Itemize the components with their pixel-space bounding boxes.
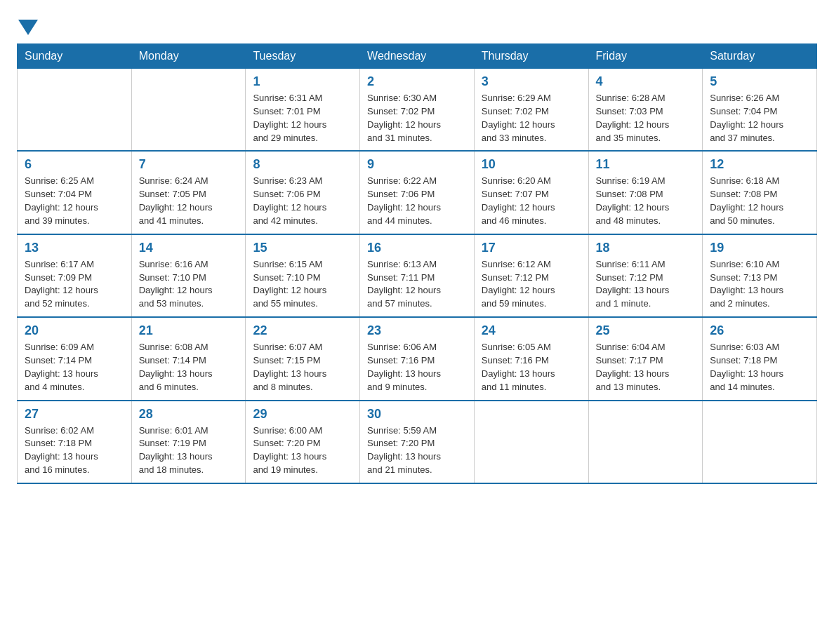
day-number: 15 xyxy=(253,241,352,255)
day-cell xyxy=(474,401,588,483)
day-number: 24 xyxy=(482,323,581,338)
day-info: Sunrise: 6:02 AMSunset: 7:18 PMDaylight:… xyxy=(25,424,124,477)
weekday-header-friday: Friday xyxy=(588,44,703,69)
day-info: Sunrise: 6:18 AMSunset: 7:08 PMDaylight:… xyxy=(710,175,809,227)
day-number: 5 xyxy=(710,74,809,89)
day-info: Sunrise: 6:10 AMSunset: 7:13 PMDaylight:… xyxy=(710,258,809,311)
day-info: Sunrise: 6:01 AMSunset: 7:19 PMDaylight:… xyxy=(139,424,239,477)
week-row-5: 27Sunrise: 6:02 AMSunset: 7:18 PMDayligh… xyxy=(18,401,817,483)
day-cell: 28Sunrise: 6:01 AMSunset: 7:19 PMDayligh… xyxy=(131,401,246,483)
day-cell: 26Sunrise: 6:03 AMSunset: 7:18 PMDayligh… xyxy=(703,317,817,400)
weekday-header-saturday: Saturday xyxy=(703,44,817,69)
day-cell: 12Sunrise: 6:18 AMSunset: 7:08 PMDayligh… xyxy=(703,151,817,234)
day-cell: 22Sunrise: 6:07 AMSunset: 7:15 PMDayligh… xyxy=(246,317,360,400)
day-number: 6 xyxy=(25,157,124,172)
day-number: 7 xyxy=(139,157,239,172)
day-cell: 29Sunrise: 6:00 AMSunset: 7:20 PMDayligh… xyxy=(246,401,360,483)
day-info: Sunrise: 6:13 AMSunset: 7:11 PMDaylight:… xyxy=(367,258,467,311)
day-cell: 4Sunrise: 6:28 AMSunset: 7:03 PMDaylight… xyxy=(588,69,703,152)
day-info: Sunrise: 6:09 AMSunset: 7:14 PMDaylight:… xyxy=(25,341,124,394)
day-info: Sunrise: 6:16 AMSunset: 7:10 PMDaylight:… xyxy=(139,258,239,311)
day-cell: 15Sunrise: 6:15 AMSunset: 7:10 PMDayligh… xyxy=(246,234,360,317)
day-info: Sunrise: 6:31 AMSunset: 7:01 PMDaylight:… xyxy=(253,92,352,145)
day-cell xyxy=(703,401,817,483)
day-info: Sunrise: 6:23 AMSunset: 7:06 PMDaylight:… xyxy=(253,175,352,227)
day-number: 28 xyxy=(139,407,239,422)
day-info: Sunrise: 6:00 AMSunset: 7:20 PMDaylight:… xyxy=(253,424,352,477)
day-info: Sunrise: 6:08 AMSunset: 7:14 PMDaylight:… xyxy=(139,341,239,394)
day-info: Sunrise: 6:15 AMSunset: 7:10 PMDaylight:… xyxy=(253,258,352,311)
day-number: 11 xyxy=(596,157,696,172)
day-cell: 3Sunrise: 6:29 AMSunset: 7:02 PMDaylight… xyxy=(474,69,588,152)
day-info: Sunrise: 6:25 AMSunset: 7:04 PMDaylight:… xyxy=(25,175,124,227)
day-cell: 21Sunrise: 6:08 AMSunset: 7:14 PMDayligh… xyxy=(131,317,246,400)
day-cell: 27Sunrise: 6:02 AMSunset: 7:18 PMDayligh… xyxy=(18,401,132,483)
day-cell: 20Sunrise: 6:09 AMSunset: 7:14 PMDayligh… xyxy=(18,317,132,400)
day-info: Sunrise: 6:04 AMSunset: 7:17 PMDaylight:… xyxy=(596,341,696,394)
day-number: 17 xyxy=(482,241,581,255)
weekday-header-wednesday: Wednesday xyxy=(360,44,475,69)
logo xyxy=(17,17,38,32)
weekday-header-row: SundayMondayTuesdayWednesdayThursdayFrid… xyxy=(18,44,817,69)
day-cell: 18Sunrise: 6:11 AMSunset: 7:12 PMDayligh… xyxy=(588,234,703,317)
day-info: Sunrise: 6:22 AMSunset: 7:06 PMDaylight:… xyxy=(367,175,467,227)
day-cell: 1Sunrise: 6:31 AMSunset: 7:01 PMDaylight… xyxy=(246,69,360,152)
day-number: 13 xyxy=(25,241,124,255)
day-number: 23 xyxy=(367,323,467,338)
day-number: 20 xyxy=(25,323,124,338)
day-cell: 2Sunrise: 6:30 AMSunset: 7:02 PMDaylight… xyxy=(360,69,475,152)
day-info: Sunrise: 5:59 AMSunset: 7:20 PMDaylight:… xyxy=(367,424,467,477)
weekday-header-tuesday: Tuesday xyxy=(246,44,360,69)
day-info: Sunrise: 6:30 AMSunset: 7:02 PMDaylight:… xyxy=(367,92,467,145)
day-info: Sunrise: 6:07 AMSunset: 7:15 PMDaylight:… xyxy=(253,341,352,394)
day-info: Sunrise: 6:24 AMSunset: 7:05 PMDaylight:… xyxy=(139,175,239,227)
weekday-header-monday: Monday xyxy=(131,44,246,69)
day-cell: 8Sunrise: 6:23 AMSunset: 7:06 PMDaylight… xyxy=(246,151,360,234)
day-number: 2 xyxy=(367,74,467,89)
day-cell: 24Sunrise: 6:05 AMSunset: 7:16 PMDayligh… xyxy=(474,317,588,400)
day-cell: 14Sunrise: 6:16 AMSunset: 7:10 PMDayligh… xyxy=(131,234,246,317)
day-number: 4 xyxy=(596,74,696,89)
day-info: Sunrise: 6:03 AMSunset: 7:18 PMDaylight:… xyxy=(710,341,809,394)
calendar-table: SundayMondayTuesdayWednesdayThursdayFrid… xyxy=(17,43,817,484)
day-cell: 5Sunrise: 6:26 AMSunset: 7:04 PMDaylight… xyxy=(703,69,817,152)
day-cell: 11Sunrise: 6:19 AMSunset: 7:08 PMDayligh… xyxy=(588,151,703,234)
day-cell: 13Sunrise: 6:17 AMSunset: 7:09 PMDayligh… xyxy=(18,234,132,317)
day-info: Sunrise: 6:28 AMSunset: 7:03 PMDaylight:… xyxy=(596,92,696,145)
day-info: Sunrise: 6:29 AMSunset: 7:02 PMDaylight:… xyxy=(482,92,581,145)
day-number: 30 xyxy=(367,407,467,422)
day-number: 26 xyxy=(710,323,809,338)
day-number: 12 xyxy=(710,157,809,172)
day-number: 19 xyxy=(710,241,809,255)
day-cell: 23Sunrise: 6:06 AMSunset: 7:16 PMDayligh… xyxy=(360,317,475,400)
day-number: 22 xyxy=(253,323,352,338)
day-info: Sunrise: 6:05 AMSunset: 7:16 PMDaylight:… xyxy=(482,341,581,394)
day-cell xyxy=(131,69,246,152)
day-cell: 30Sunrise: 5:59 AMSunset: 7:20 PMDayligh… xyxy=(360,401,475,483)
day-number: 9 xyxy=(367,157,467,172)
weekday-header-sunday: Sunday xyxy=(18,44,132,69)
day-info: Sunrise: 6:11 AMSunset: 7:12 PMDaylight:… xyxy=(596,258,696,311)
day-number: 27 xyxy=(25,407,124,422)
day-info: Sunrise: 6:17 AMSunset: 7:09 PMDaylight:… xyxy=(25,258,124,311)
day-number: 18 xyxy=(596,241,696,255)
day-cell xyxy=(588,401,703,483)
week-row-1: 1Sunrise: 6:31 AMSunset: 7:01 PMDaylight… xyxy=(18,69,817,152)
day-number: 16 xyxy=(367,241,467,255)
day-cell xyxy=(18,69,132,152)
day-info: Sunrise: 6:06 AMSunset: 7:16 PMDaylight:… xyxy=(367,341,467,394)
day-number: 21 xyxy=(139,323,239,338)
page-header xyxy=(17,17,817,32)
day-cell: 17Sunrise: 6:12 AMSunset: 7:12 PMDayligh… xyxy=(474,234,588,317)
day-info: Sunrise: 6:26 AMSunset: 7:04 PMDaylight:… xyxy=(710,92,809,145)
day-cell: 7Sunrise: 6:24 AMSunset: 7:05 PMDaylight… xyxy=(131,151,246,234)
week-row-3: 13Sunrise: 6:17 AMSunset: 7:09 PMDayligh… xyxy=(18,234,817,317)
day-number: 8 xyxy=(253,157,352,172)
day-info: Sunrise: 6:20 AMSunset: 7:07 PMDaylight:… xyxy=(482,175,581,227)
day-number: 10 xyxy=(482,157,581,172)
day-cell: 10Sunrise: 6:20 AMSunset: 7:07 PMDayligh… xyxy=(474,151,588,234)
day-cell: 6Sunrise: 6:25 AMSunset: 7:04 PMDaylight… xyxy=(18,151,132,234)
day-cell: 16Sunrise: 6:13 AMSunset: 7:11 PMDayligh… xyxy=(360,234,475,317)
weekday-header-thursday: Thursday xyxy=(474,44,588,69)
week-row-4: 20Sunrise: 6:09 AMSunset: 7:14 PMDayligh… xyxy=(18,317,817,400)
